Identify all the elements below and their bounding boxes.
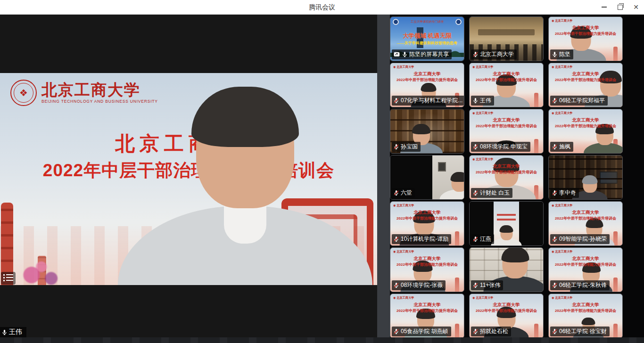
mic-muted-icon — [552, 98, 558, 104]
participant-tile[interactable]: ◉ 北京工商大学 北京工商大学 2022年中层干部治理能力提升培训会 08环境学… — [390, 247, 464, 292]
participant-name-label: 江燕 — [471, 234, 494, 244]
participant-tile[interactable]: ◉ 北京工商大学 北京工商大学 2022年中层干部治理能力提升培训会 10计算机… — [390, 201, 464, 246]
mini-university-logo: ◉ 北京工商大学 — [393, 296, 414, 300]
university-name-en: BEIJING TECHNOLOGY AND BUSINESS UNIVERSI… — [41, 99, 158, 104]
participant-name-label: 招就处石松 — [471, 327, 511, 336]
mini-university-logo: ◉ 北京工商大学 — [393, 65, 414, 69]
mini-university-logo: ◉ 北京工商大学 — [552, 19, 572, 23]
mic-muted-icon — [552, 236, 558, 242]
participant-name-label: 07化学与材料工程学院... — [392, 96, 464, 106]
participant-name-label: 06轻工学院郑福平 — [550, 96, 608, 106]
participant-tile[interactable]: 北京工商大学 — [469, 16, 544, 61]
mic-muted-icon — [552, 328, 558, 335]
banner-mini-line2: 2022年中层干部治理能力提升培训会 — [470, 170, 543, 175]
banner-mini-line2: 2022年中层干部治理能力提升培训会 — [549, 262, 622, 267]
participant-name-label: 王伟 — [471, 96, 494, 106]
participant-tile[interactable]: ◉ 北京工商大学 北京工商大学 2022年中层干部治理能力提升培训会 招就处石松 — [469, 294, 544, 338]
mic-muted-icon — [472, 236, 479, 242]
participant-name-label: 施枫 — [550, 142, 573, 152]
mini-university-logo: ◉ 北京工商大学 — [472, 111, 493, 115]
banner-mini-line1: 北京工商大学 — [390, 71, 464, 77]
monitor-decor — [600, 172, 618, 184]
participant-tile[interactable]: ◉ 北京工商大学 北京工商大学 2022年中层干部治理能力提升培训会 09智能学… — [548, 201, 623, 246]
banner-mini-line2: 2022年中层干部治理能力提升培训会 — [390, 77, 464, 82]
participant-name-label: 孙宝国 — [392, 142, 421, 152]
mic-muted-icon — [393, 236, 399, 242]
participant-tile[interactable]: 李中奇 — [548, 155, 623, 200]
screen-share-icon — [393, 51, 400, 57]
participant-tile[interactable]: ◉ 北京工商大学 北京工商大学 2022年中层干部治理能力提升培训会 王伟 — [469, 63, 544, 107]
mic-icon — [552, 51, 558, 57]
backdrop-red-tower-small-decor — [38, 256, 46, 285]
mini-university-logo: ◉ 北京工商大学 — [552, 65, 572, 69]
participant-tile[interactable]: ◉ 北京工商大学 北京工商大学 2022年中层干部治理能力提升培训会 06轻工学… — [548, 294, 623, 338]
mini-university-logo: ◉ 北京工商大学 — [472, 65, 493, 69]
close-button[interactable]: ✕ — [628, 0, 644, 14]
participant-tile[interactable]: ◉ 北京工商大学 北京工商大学 2022年中层干部治理能力提升培训会 06轻工学… — [548, 63, 623, 107]
main-video-stage[interactable]: 北京工商大学 BEIJING TECHNOLOGY AND BUSINESS U… — [0, 73, 377, 285]
participant-name: 王伟 — [480, 97, 491, 105]
participant-name: 05食品学院 胡燕頔 — [401, 327, 448, 335]
participant-tile[interactable]: ◉ 北京工商大学 北京工商大学 2022年中层干部治理能力提升培训会 计财处 白… — [469, 155, 544, 200]
mini-university-logo: ◉ 北京工商大学 — [552, 204, 572, 208]
participant-tile-screen-share[interactable]: 工业大学课程的专门讲座 大学领域 机遇无限 ——关于学科建设和科技管理的思考 陈… — [390, 16, 464, 61]
banner-mini-line1: 北京工商大学 — [549, 302, 622, 308]
banner-mini-line1: 北京工商大学 — [390, 210, 464, 216]
mini-university-logo: ◉ 北京工商大学 — [393, 250, 414, 254]
participant-tile[interactable]: ◉ 北京工商大学 北京工商大学 2022年中层干部治理能力提升培训会 08环境学… — [469, 109, 544, 154]
banner-mini-line2: 2022年中层干部治理能力提升培训会 — [549, 77, 622, 82]
participant-name-label: 11+张伟 — [471, 280, 503, 290]
banner-mini-line2: 2022年中层干部治理能力提升培训会 — [549, 31, 622, 36]
participant-name: 江燕 — [480, 235, 491, 243]
restore-button[interactable] — [612, 0, 628, 14]
participant-tile[interactable]: ◉ 北京工商大学 北京工商大学 2022年中层干部治理能力提升培训会 施枫 — [548, 109, 623, 154]
participant-tile[interactable]: 孙宝国 — [390, 109, 464, 154]
restore-icon — [618, 5, 623, 10]
participant-tile[interactable]: ◉ 北京工商大学 北京工商大学 2022年中层干部治理能力提升培训会 07化学与… — [390, 63, 464, 107]
minimize-button[interactable] — [596, 0, 612, 14]
backdrop-red-arch-decor — [281, 198, 373, 285]
banner-mini-line2: 2022年中层干部治理能力提升培训会 — [549, 123, 622, 129]
portrait-video-strip — [432, 155, 464, 199]
university-seal-icon — [10, 80, 37, 106]
participant-name: 06轻工学院-朱秋锋 — [559, 281, 607, 289]
mic-muted-icon — [393, 282, 399, 288]
mic-icon — [472, 98, 479, 104]
layout-list-icon[interactable] — [1, 272, 16, 285]
mini-university-logo: ◉ 北京工商大学 — [552, 296, 572, 300]
participant-tile[interactable]: 江燕 — [469, 201, 544, 246]
participant-name: 六堂 — [401, 189, 412, 197]
bottom-taskbar-strip — [0, 337, 644, 343]
panel-resize-divider[interactable] — [377, 14, 390, 343]
mini-university-logo: ◉ 北京工商大学 — [472, 157, 493, 162]
main-speaker-name: 王伟 — [9, 328, 22, 336]
participant-name-label: 09智能学院-孙晓荣 — [550, 234, 610, 244]
participant-name: 孙宝国 — [401, 143, 418, 151]
participant-tile[interactable]: ◉ 北京工商大学 北京工商大学 2022年中层干部治理能力提升培训会 06轻工学… — [548, 247, 623, 292]
banner-mini-line2: 2022年中层干部治理能力提升培训会 — [390, 216, 464, 221]
participant-name-label: 08环境学院 申现宝 — [471, 142, 530, 152]
banner-mini-line2: 2022年中层干部治理能力提升培训会 — [549, 216, 622, 221]
participant-tile[interactable]: 六堂 — [390, 155, 464, 200]
participant-tile[interactable]: ◉ 北京工商大学 北京工商大学 2022年中层干部治理能力提升培训会 陈坚 — [548, 16, 623, 61]
banner-mini-line1: 北京工商大学 — [549, 71, 622, 77]
close-icon: ✕ — [633, 4, 639, 10]
participant-name: 施枫 — [559, 143, 570, 151]
participant-name-label: 陈坚 — [550, 49, 573, 59]
participant-name: 06轻工学院郑福平 — [559, 97, 605, 105]
mic-icon — [402, 51, 408, 57]
participant-name: 08环境学院-张薇 — [401, 281, 443, 289]
banner-mini-line2: 2022年中层干部治理能力提升培训会 — [390, 262, 464, 267]
mini-university-logo: ◉ 北京工商大学 — [552, 250, 572, 254]
portrait-video-strip — [494, 202, 519, 245]
mic-muted-icon — [393, 98, 399, 104]
participant-name-label: 06轻工学院 徐宝财 — [550, 327, 610, 336]
slide-subtitle: ——关于学科建设和科技管理的思考 — [390, 41, 464, 46]
participant-name: 陈坚 — [559, 50, 570, 58]
participant-name: 11+张伟 — [480, 281, 500, 289]
banner-title-line1: 北京工商大学 — [0, 131, 377, 157]
participant-tile[interactable]: ◉ 北京工商大学 北京工商大学 2022年中层干部治理能力提升培训会 05食品学… — [390, 294, 464, 338]
banner-mini-line2: 2022年中层干部治理能力提升培训会 — [549, 308, 622, 313]
participant-tile[interactable]: 11+张伟 — [469, 247, 544, 292]
participant-name-label: 05食品学院 胡燕頔 — [392, 327, 451, 336]
